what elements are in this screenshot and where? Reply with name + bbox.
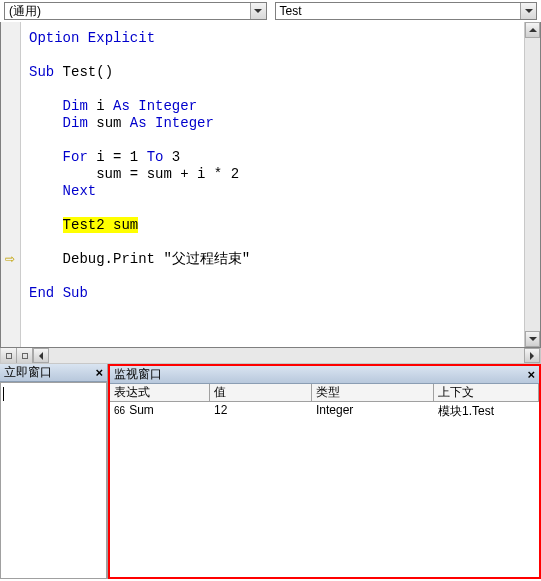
immediate-window-title: 立即窗口 — [4, 364, 52, 381]
immediate-window: 立即窗口 × — [0, 364, 108, 579]
code-token: For — [63, 149, 88, 165]
watch-window: 监视窗口 × 表达式 值 类型 上下文 66Sum 12 Integer 模块1… — [108, 364, 541, 579]
close-icon[interactable]: × — [93, 365, 105, 380]
horizontal-scrollbar[interactable] — [0, 348, 541, 364]
vertical-scrollbar[interactable] — [524, 22, 540, 347]
watch-col-type[interactable]: 类型 — [312, 384, 434, 401]
immediate-window-body[interactable] — [0, 382, 107, 579]
immediate-window-titlebar[interactable]: 立即窗口 × — [0, 364, 107, 382]
watch-expression: Sum — [129, 403, 154, 417]
scroll-left-button[interactable] — [33, 348, 49, 363]
scroll-right-button[interactable] — [524, 348, 540, 363]
watch-window-titlebar[interactable]: 监视窗口 × — [110, 366, 539, 384]
code-token: 3 — [163, 149, 180, 165]
watch-col-context[interactable]: 上下文 — [434, 384, 539, 401]
chevron-down-icon — [254, 9, 262, 13]
margin-gutter: ⇨ — [1, 22, 21, 347]
code-editor[interactable]: ⇨ Option Explicit Sub Test() Dim i As In… — [0, 22, 541, 348]
procedure-selector-text: Test — [276, 3, 521, 19]
code-token — [54, 285, 62, 301]
execution-pointer-icon: ⇨ — [5, 251, 15, 268]
code-token: Dim — [63, 115, 88, 131]
code-token: Sub — [63, 285, 88, 301]
procedure-view-button[interactable] — [1, 348, 17, 363]
code-token: i — [88, 98, 113, 114]
triangle-up-icon — [529, 28, 537, 32]
scroll-up-button[interactable] — [525, 22, 540, 38]
triangle-down-icon — [529, 337, 537, 341]
code-token: Debug.Print — [63, 251, 164, 267]
object-selector-combo[interactable]: (通用) — [4, 2, 267, 20]
square-icon — [6, 353, 12, 359]
object-selector-dropdown-button[interactable] — [250, 3, 266, 19]
full-module-view-button[interactable] — [17, 348, 33, 363]
close-icon[interactable]: × — [525, 367, 537, 382]
watch-header-row: 表达式 值 类型 上下文 — [110, 384, 539, 402]
code-token: As Integer — [130, 115, 214, 131]
code-token: To — [147, 149, 164, 165]
square-icon — [22, 353, 28, 359]
chevron-down-icon — [525, 9, 533, 13]
watch-type: Integer — [312, 403, 434, 420]
code-token: Explicit — [79, 30, 155, 46]
triangle-right-icon — [530, 352, 534, 360]
object-selector-text: (通用) — [5, 3, 250, 19]
code-body[interactable]: Option Explicit Sub Test() Dim i As Inte… — [21, 22, 524, 347]
code-token: "父过程结束" — [163, 251, 250, 267]
code-token: Next — [63, 183, 97, 199]
code-token: Option — [29, 30, 79, 46]
code-token: Sub — [29, 64, 54, 80]
code-token: End — [29, 285, 54, 301]
watch-col-expression[interactable]: 表达式 — [110, 384, 210, 401]
hscroll-track[interactable] — [33, 348, 540, 363]
triangle-left-icon — [39, 352, 43, 360]
code-token: Dim — [63, 98, 88, 114]
procedure-selector-dropdown-button[interactable] — [520, 3, 536, 19]
watch-value: 12 — [210, 403, 312, 420]
watch-window-title: 监视窗口 — [114, 366, 162, 383]
watch-row[interactable]: 66Sum 12 Integer 模块1.Test — [110, 402, 539, 421]
procedure-selector-combo[interactable]: Test — [275, 2, 538, 20]
current-statement-highlight: Test2 sum — [63, 217, 139, 233]
code-token: Test() — [54, 64, 113, 80]
scroll-down-button[interactable] — [525, 331, 540, 347]
watch-context: 模块1.Test — [434, 403, 539, 420]
code-token: sum — [88, 115, 130, 131]
code-token: sum = sum + i * 2 — [96, 166, 239, 182]
code-token: i = 1 — [88, 149, 147, 165]
code-token: As Integer — [113, 98, 197, 114]
watch-icon: 66 — [114, 405, 129, 416]
text-caret — [3, 387, 4, 401]
watch-col-value[interactable]: 值 — [210, 384, 312, 401]
